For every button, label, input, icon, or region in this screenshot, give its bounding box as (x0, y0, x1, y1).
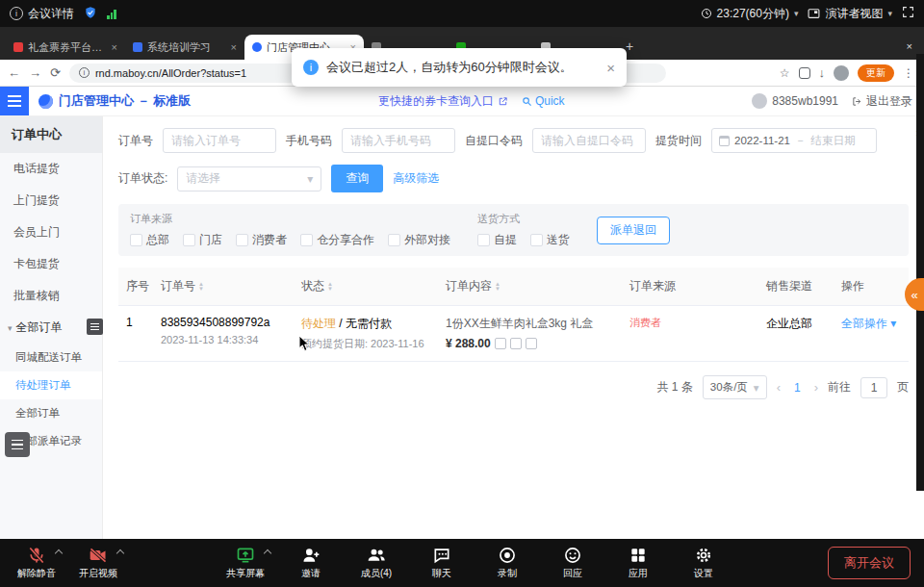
checkbox-delivery-selfpickup[interactable]: 自提 (477, 232, 517, 248)
share-screen-button[interactable]: 共享屏幕 (222, 546, 269, 580)
toast-close-icon[interactable]: × (606, 60, 615, 76)
sort-icon[interactable]: ▲▼ (327, 282, 333, 292)
all-actions-dropdown[interactable]: 全部操作 ▾ (841, 317, 896, 330)
shield-icon[interactable] (84, 6, 97, 22)
image-icon[interactable] (495, 338, 506, 349)
goto-page-input[interactable] (860, 377, 887, 398)
logout-button[interactable]: 退出登录 (852, 93, 912, 110)
meeting-details-button[interactable]: i 会议详情 (10, 6, 74, 22)
tab-close-icon[interactable]: × (231, 41, 237, 53)
forward-icon[interactable]: → (29, 65, 41, 80)
dispatch-return-button[interactable]: 派单退回 (597, 217, 670, 244)
pickup-code-label: 自提口令码 (465, 133, 523, 149)
sidebar-item-phone-pickup[interactable]: 电话提货 (0, 153, 102, 185)
chevron-up-icon[interactable] (264, 549, 271, 557)
sidebar-item-member-visit[interactable]: 会员上门 (0, 217, 102, 248)
browser-menu-icon[interactable]: ⋮ (903, 66, 914, 80)
page-size-select[interactable]: 30条/页 ▾ (703, 375, 767, 399)
doc-icon[interactable] (526, 338, 537, 349)
cell-order-no: 8385934508899792a 2023-11-13 14:33:34 (153, 306, 294, 355)
view-mode-label: 演讲者视图 (825, 6, 883, 22)
apps-button[interactable]: 应用 (615, 546, 661, 580)
refresh-icon[interactable]: ⟳ (50, 65, 61, 80)
quick-search-link[interactable]: Quick (522, 94, 565, 108)
meeting-timer-dropdown[interactable]: 23:27(60分钟) ▾ (701, 6, 799, 22)
favicon (13, 42, 23, 52)
browser-tab-2[interactable]: 系统培训学习 × (125, 35, 244, 60)
tab-close-icon[interactable]: × (112, 41, 117, 53)
col-order-no[interactable]: 订单号▲▼ (153, 268, 294, 305)
window-close-icon[interactable]: × (901, 40, 918, 52)
source-badge: 消费者 (629, 317, 661, 328)
pickup-code-input[interactable] (532, 128, 646, 153)
advanced-filter-link[interactable]: 高级筛选 (393, 170, 439, 187)
reaction-smiley-icon (563, 546, 582, 565)
reactions-button[interactable]: 回应 (550, 546, 596, 580)
order-status-select[interactable]: 请选择 ▾ (177, 166, 321, 191)
bookmark-star-icon[interactable]: ☆ (780, 66, 790, 80)
new-tab-button[interactable]: + (626, 38, 633, 54)
order-no-input[interactable] (163, 128, 276, 153)
chat-button[interactable]: 聊天 (419, 546, 465, 580)
sidebar-item-door-pickup[interactable]: 上门提货 (0, 185, 102, 217)
checkbox-source-hq[interactable]: 总部 (130, 232, 169, 248)
unmute-button[interactable]: 解除静音 (13, 546, 60, 580)
info-icon: i (303, 60, 319, 75)
sidebar-toggle-chip[interactable] (87, 319, 103, 335)
leave-meeting-button[interactable]: 离开会议 (828, 547, 911, 579)
page-unit-label: 页 (897, 379, 909, 396)
hamburger-menu-icon[interactable] (0, 87, 29, 115)
sidebar-item-city-delivery[interactable]: 同城配送订单 (0, 344, 102, 371)
download-icon[interactable]: ↓ (819, 65, 826, 80)
start-video-button[interactable]: 开启视频 (75, 546, 121, 580)
view-mode-dropdown[interactable]: 演讲者视图 ▾ (808, 6, 892, 22)
sort-icon[interactable]: ▲▼ (495, 282, 500, 292)
members-icon (367, 546, 386, 565)
site-info-icon[interactable]: i (79, 67, 90, 78)
app-title: 门店管理中心 － 标准版 (59, 92, 191, 110)
current-page[interactable]: 1 (790, 381, 805, 395)
checkbox-delivery-delivery[interactable]: 送货 (530, 232, 570, 248)
phone-input[interactable] (342, 128, 455, 153)
chrome-update-button[interactable]: 更新 (858, 64, 894, 82)
settings-button[interactable]: 设置 (680, 546, 727, 580)
gift-icon[interactable] (510, 338, 522, 349)
search-button[interactable]: 查询 (331, 165, 383, 192)
extensions-icon[interactable] (799, 67, 810, 79)
fullscreen-icon[interactable] (902, 6, 914, 21)
floating-toolbar-button[interactable] (5, 432, 30, 457)
members-button[interactable]: 成员(4) (353, 546, 399, 580)
chevron-up-icon[interactable] (55, 549, 63, 557)
signal-icon[interactable] (107, 9, 116, 19)
meeting-toast: i 会议已超过2人，自动转为60分钟限时会议。 × (292, 48, 627, 87)
col-index: 序号 (118, 268, 153, 305)
checkbox-source-external[interactable]: 外部对接 (388, 232, 450, 248)
sidebar-item-card-pickup[interactable]: 卡包提货 (0, 248, 102, 280)
prev-page-button[interactable]: ‹ (777, 380, 781, 395)
sort-icon[interactable]: ▲▼ (198, 282, 204, 292)
user-account[interactable]: 8385wb1991 (752, 93, 838, 109)
sidebar-item-pending-orders[interactable]: 待处理订单 (0, 371, 102, 399)
date-range-picker[interactable]: 2022-11-21 － 结束日期 (711, 128, 877, 153)
url-text: rnd.maboy.cn/AllOrder?status=1 (95, 67, 246, 79)
invite-button[interactable]: 邀请 (288, 546, 334, 580)
delivery-method-label: 送货方式 (477, 212, 570, 226)
checkbox-source-store[interactable]: 门店 (183, 232, 222, 248)
sidebar-item-batch-verify[interactable]: 批量核销 (0, 280, 102, 312)
col-status[interactable]: 状态▲▼ (294, 268, 438, 305)
chevron-up-icon[interactable] (116, 549, 124, 557)
col-channel: 销售渠道 (758, 268, 834, 305)
checkbox-source-consumer[interactable]: 消费者 (236, 232, 287, 248)
record-button[interactable]: 录制 (484, 546, 530, 580)
mic-muted-icon (27, 546, 46, 565)
browser-tab-1[interactable]: 礼盒票券平台管理中心 × (6, 35, 125, 60)
checkbox-source-warehouse[interactable]: 仓分享合作 (300, 232, 374, 248)
cell-action: 全部操作 ▾ (834, 306, 909, 342)
next-page-button[interactable]: › (814, 380, 818, 395)
col-content[interactable]: 订单内容▲▼ (438, 268, 622, 305)
browser-profile-avatar[interactable] (834, 65, 849, 81)
sidebar-item-all-orders[interactable]: 全部订单 (0, 399, 102, 427)
quick-entry-link[interactable]: 更快捷的券卡查询入口 (378, 93, 508, 110)
back-icon[interactable]: ← (8, 65, 20, 80)
clock-icon (701, 8, 712, 19)
